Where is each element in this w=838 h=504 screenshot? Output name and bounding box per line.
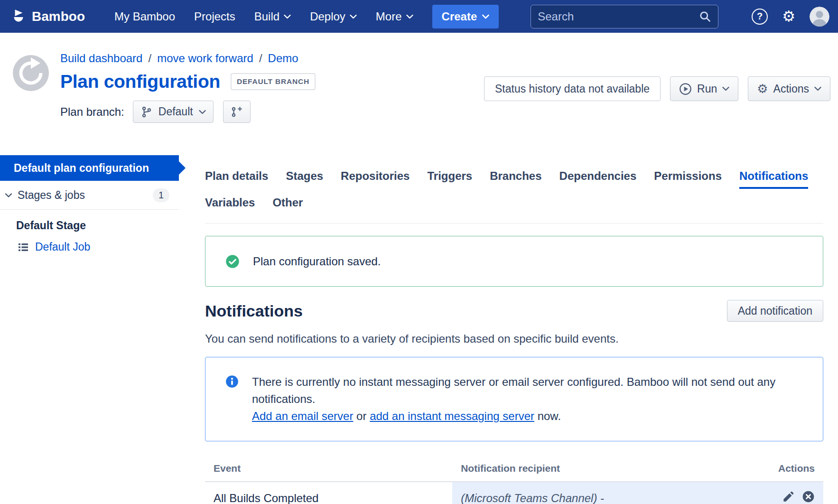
plan-icon — [10, 53, 51, 93]
chevron-down-icon — [814, 86, 821, 91]
search-input[interactable] — [538, 10, 698, 23]
notifications-heading: Notifications — [205, 302, 303, 320]
chevron-down-icon — [482, 14, 489, 19]
top-navbar: Bamboo My Bamboo Projects Build Deploy M… — [0, 0, 838, 33]
bamboo-home-link[interactable]: Bamboo — [10, 9, 85, 25]
default-branch-badge: DEFAULT BRANCH — [231, 73, 316, 90]
branch-selector-value: Default — [158, 105, 193, 118]
info-message-text: There is currently no instant messaging … — [252, 373, 790, 408]
nav-label: More — [376, 10, 402, 23]
add-notification-button[interactable]: Add notification — [727, 300, 823, 322]
tab-permissions[interactable]: Permissions — [654, 169, 722, 189]
nav-label: Build — [254, 10, 279, 23]
stages-count-badge: 1 — [153, 188, 169, 202]
create-label: Create — [442, 10, 477, 23]
breadcrumb-separator: / — [259, 52, 262, 65]
tab-notifications[interactable]: Notifications — [739, 169, 808, 189]
config-tabs: Plan details Stages Repositories Trigger… — [205, 169, 823, 224]
column-header-actions: Actions — [731, 456, 823, 482]
stages-jobs-label: Stages & jobs — [18, 189, 85, 202]
gear-icon: ⚙ — [757, 83, 768, 95]
success-message: Plan configuration saved. — [205, 236, 823, 287]
branch-icon — [140, 106, 153, 118]
notification-recipient: (Microsoft Teams Channel) - — [452, 482, 730, 504]
gear-icon[interactable]: ⚙ — [782, 9, 795, 24]
run-label: Run — [697, 83, 717, 95]
table-row: All Builds Completed (Microsoft Teams Ch… — [205, 482, 823, 504]
breadcrumb-build-dashboard[interactable]: Build dashboard — [60, 52, 142, 65]
info-message: There is currently no instant messaging … — [205, 357, 823, 441]
nav-more[interactable]: More — [376, 10, 413, 23]
sidebar-item-default-plan-configuration[interactable]: Default plan configuration — [0, 155, 179, 181]
plan-branch-label: Plan branch: — [60, 105, 124, 119]
tab-other[interactable]: Other — [272, 196, 303, 215]
info-now-text: now. — [538, 410, 561, 422]
chevron-down-icon — [199, 110, 206, 114]
notification-event: All Builds Completed — [205, 482, 452, 504]
notification-actions — [731, 482, 823, 504]
add-im-server-link[interactable]: add an instant messaging server — [370, 410, 534, 422]
page-header: Build dashboard / move work forward / De… — [0, 33, 838, 155]
success-check-icon — [225, 254, 240, 269]
nav-my-bamboo[interactable]: My Bamboo — [114, 10, 175, 23]
create-branch-button[interactable] — [223, 101, 251, 123]
chevron-down-icon — [406, 14, 413, 19]
page-title: Plan configuration — [60, 71, 220, 92]
nav-build[interactable]: Build — [254, 10, 291, 23]
add-email-server-link[interactable]: Add an email server — [252, 410, 353, 422]
nav-label: Deploy — [310, 10, 345, 23]
table-header-row: Event Notification recipient Actions — [205, 456, 823, 482]
actions-label: Actions — [773, 83, 809, 95]
chevron-down-icon — [350, 14, 357, 19]
tab-stages[interactable]: Stages — [286, 169, 323, 189]
play-icon — [679, 83, 692, 95]
brand-name: Bamboo — [32, 9, 85, 24]
tab-plan-details[interactable]: Plan details — [205, 169, 268, 189]
main-content: Plan details Stages Repositories Trigger… — [179, 155, 838, 504]
info-icon — [225, 373, 239, 425]
branch-plus-icon — [231, 106, 243, 118]
sidebar-stage-default-stage: Default Stage — [0, 210, 179, 237]
nav-label: Projects — [194, 10, 235, 23]
run-button[interactable]: Run — [670, 76, 738, 101]
tab-branches[interactable]: Branches — [490, 169, 541, 189]
tab-variables[interactable]: Variables — [205, 196, 255, 215]
notifications-description: You can send notifications to a variety … — [205, 332, 823, 345]
config-sidebar: Default plan configuration Stages & jobs… — [0, 155, 179, 258]
chevron-down-icon — [5, 193, 12, 198]
nav-label: My Bamboo — [114, 10, 175, 23]
tab-dependencies[interactable]: Dependencies — [559, 169, 637, 189]
tab-repositories[interactable]: Repositories — [341, 169, 410, 189]
success-message-text: Plan configuration saved. — [253, 255, 381, 268]
breadcrumb: Build dashboard / move work forward / De… — [60, 52, 830, 65]
breadcrumb-separator: / — [148, 52, 151, 65]
actions-button[interactable]: ⚙ Actions — [748, 76, 830, 101]
navbar-right-icons: ? ⚙ — [752, 7, 829, 27]
user-avatar[interactable] — [810, 7, 829, 27]
bamboo-logo-icon — [10, 9, 27, 25]
job-list-icon — [18, 242, 29, 253]
branch-selector[interactable]: Default — [133, 101, 214, 123]
search-box[interactable] — [531, 5, 718, 28]
tab-triggers[interactable]: Triggers — [427, 169, 472, 189]
create-button[interactable]: Create — [432, 5, 499, 28]
sidebar-item-default-job[interactable]: Default Job — [0, 237, 179, 258]
delete-icon[interactable] — [802, 490, 815, 503]
breadcrumb-plan[interactable]: Demo — [268, 52, 298, 65]
chevron-down-icon — [722, 86, 729, 91]
column-header-event: Event — [205, 456, 452, 482]
column-header-recipient: Notification recipient — [452, 456, 730, 482]
breadcrumb-project[interactable]: move work forward — [157, 52, 253, 65]
help-icon[interactable]: ? — [752, 9, 768, 25]
default-job-label: Default Job — [35, 241, 90, 253]
info-or-text: or — [356, 410, 366, 422]
notifications-table: Event Notification recipient Actions All… — [205, 456, 823, 504]
status-history-message: Status history data not available — [484, 76, 661, 101]
nav-projects[interactable]: Projects — [194, 10, 235, 23]
sidebar-item-stages-jobs[interactable]: Stages & jobs 1 — [0, 181, 179, 210]
chevron-down-icon — [284, 14, 291, 19]
edit-icon[interactable] — [782, 490, 795, 503]
search-icon[interactable] — [698, 10, 711, 23]
nav-deploy[interactable]: Deploy — [310, 10, 357, 23]
